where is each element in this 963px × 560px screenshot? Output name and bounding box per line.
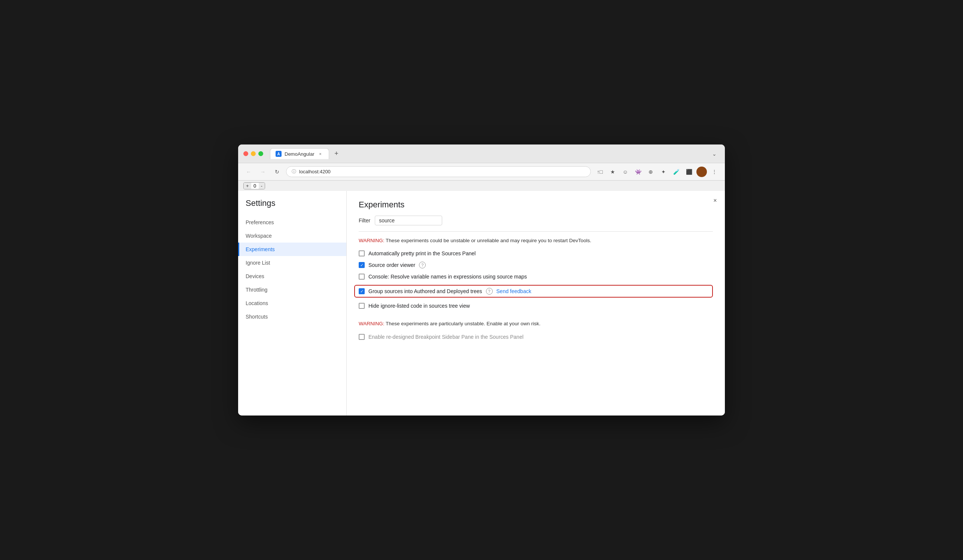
counter-plus-button[interactable]: + xyxy=(244,183,251,189)
experiments-title: Experiments xyxy=(359,200,713,210)
new-tab-button[interactable]: + xyxy=(331,149,342,159)
browser-window: A DemoAngular × + ⌄ ← → ↻ ⓘ localhost:42… xyxy=(238,144,725,416)
devtools-counter: + 0 - xyxy=(243,182,265,189)
back-button[interactable]: ← xyxy=(243,167,254,177)
settings-close-button[interactable]: × xyxy=(711,196,720,205)
experiment-label-pretty-print: Automatically pretty print in the Source… xyxy=(368,251,475,256)
settings-title: Settings xyxy=(238,198,346,215)
sidebar-icon[interactable]: ⬛ xyxy=(684,167,694,177)
address-text: localhost:4200 xyxy=(299,169,331,175)
forward-button[interactable]: → xyxy=(258,167,268,177)
checkbox-breakpoint-sidebar[interactable] xyxy=(359,334,365,340)
checkbox-source-order[interactable]: ✓ xyxy=(359,262,365,268)
tab-bar: A DemoAngular × + xyxy=(270,148,705,159)
experiment-label-group-sources: Group sources into Authored and Deployed… xyxy=(368,288,482,294)
beaker-icon[interactable]: 🧪 xyxy=(671,167,681,177)
maximize-traffic-light[interactable] xyxy=(258,151,263,156)
experiment-label-console-resolve: Console: Resolve variable names in expre… xyxy=(368,274,527,280)
warning-label-1: WARNING: xyxy=(359,238,384,243)
section-spacer xyxy=(359,314,713,320)
filter-row: Filter xyxy=(359,215,713,225)
extension1-icon[interactable]: 👾 xyxy=(633,167,643,177)
sidebar-item-shortcuts[interactable]: Shortcuts xyxy=(238,310,346,324)
experiment-label-breakpoint-sidebar: Enable re-designed Breakpoint Sidebar Pa… xyxy=(368,334,524,340)
toolbar-actions: ↑□ ★ ☺ 👾 ⊕ ✦ 🧪 ⬛ ⋮ xyxy=(595,167,720,177)
tab-close-button[interactable]: × xyxy=(318,151,324,157)
secure-icon: ⓘ xyxy=(292,168,296,175)
counter-value: 0 xyxy=(251,183,259,189)
warning-text-2: WARNING: These experiments are particula… xyxy=(359,320,713,327)
sidebar-item-preferences[interactable]: Preferences xyxy=(238,215,346,229)
sidebar-item-experiments[interactable]: Experiments xyxy=(238,243,346,256)
address-bar[interactable]: ⓘ localhost:4200 xyxy=(286,166,591,177)
warning-body-1: These experiments could be unstable or u… xyxy=(386,238,591,243)
experiment-item-source-order: ✓ Source order viewer ? xyxy=(359,262,713,269)
menu-icon[interactable]: ⋮ xyxy=(709,167,720,177)
bookmark-icon[interactable]: ★ xyxy=(607,167,618,177)
user-circle-icon[interactable]: ☺ xyxy=(620,167,631,177)
devtools-icon[interactable]: ⊕ xyxy=(645,167,656,177)
sidebar-item-locations[interactable]: Locations xyxy=(238,296,346,310)
experiment-label-source-order: Source order viewer xyxy=(368,262,415,268)
browser-titlebar: A DemoAngular × + ⌄ xyxy=(238,144,725,163)
traffic-lights xyxy=(243,151,263,156)
experiment-label-hide-ignore: Hide ignore-listed code in sources tree … xyxy=(368,303,470,309)
tab-title: DemoAngular xyxy=(285,151,315,157)
counter-minus-button[interactable]: - xyxy=(259,183,265,189)
settings-sidebar: Settings Preferences Workspace Experimen… xyxy=(238,191,347,416)
divider-1 xyxy=(359,231,713,232)
send-feedback-link[interactable]: Send feedback xyxy=(496,288,531,294)
close-traffic-light[interactable] xyxy=(243,151,248,156)
browser-toolbar: ← → ↻ ⓘ localhost:4200 ↑□ ★ ☺ 👾 ⊕ ✦ 🧪 ⬛ … xyxy=(238,163,725,180)
profile-avatar[interactable] xyxy=(696,167,707,177)
window-dropdown-icon[interactable]: ⌄ xyxy=(709,149,720,159)
share-icon[interactable]: ↑□ xyxy=(595,167,605,177)
sidebar-item-devices[interactable]: Devices xyxy=(238,270,346,283)
settings-container: Settings Preferences Workspace Experimen… xyxy=(238,191,725,416)
experiment-item-pretty-print: Automatically pretty print in the Source… xyxy=(359,251,713,256)
minimize-traffic-light[interactable] xyxy=(251,151,256,156)
warning-label-2: WARNING: xyxy=(359,321,384,327)
sidebar-item-workspace[interactable]: Workspace xyxy=(238,229,346,243)
help-icon-group-sources[interactable]: ? xyxy=(486,288,493,295)
experiment-item-breakpoint-sidebar: Enable re-designed Breakpoint Sidebar Pa… xyxy=(359,334,713,340)
filter-input[interactable] xyxy=(375,215,442,225)
checkbox-console-resolve[interactable] xyxy=(359,274,365,280)
experiment-item-hide-ignore: Hide ignore-listed code in sources tree … xyxy=(359,303,713,309)
tab-favicon: A xyxy=(276,151,282,157)
help-icon-source-order[interactable]: ? xyxy=(419,262,426,269)
checkbox-group-sources[interactable]: ✓ xyxy=(359,288,365,294)
warning-text-1: WARNING: These experiments could be unst… xyxy=(359,237,713,244)
active-tab[interactable]: A DemoAngular × xyxy=(270,148,329,159)
checkbox-pretty-print[interactable] xyxy=(359,251,365,256)
experiment-item-group-sources: ✓ Group sources into Authored and Deploy… xyxy=(354,285,713,298)
settings-content: × Experiments Filter WARNING: These expe… xyxy=(347,191,725,416)
warning-body-2: These experiments are particularly unsta… xyxy=(386,321,540,327)
reload-button[interactable]: ↻ xyxy=(272,167,282,177)
checkbox-hide-ignore[interactable] xyxy=(359,303,365,309)
sidebar-item-throttling[interactable]: Throttling xyxy=(238,283,346,296)
sidebar-item-ignore-list[interactable]: Ignore List xyxy=(238,256,346,270)
extension2-icon[interactable]: ✦ xyxy=(658,167,669,177)
filter-label: Filter xyxy=(359,217,370,223)
experiment-item-console-resolve: Console: Resolve variable names in expre… xyxy=(359,274,713,280)
devtools-bar: + 0 - xyxy=(238,180,725,191)
